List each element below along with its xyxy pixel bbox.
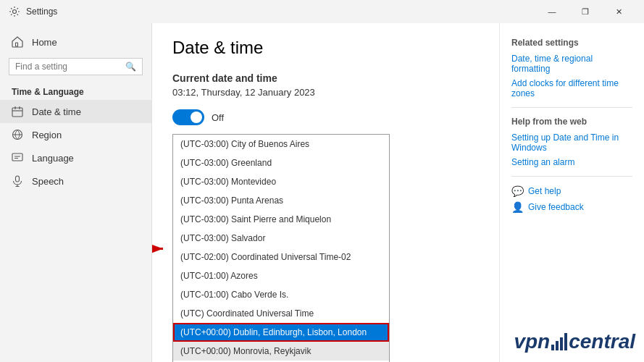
web-link-0[interactable]: Setting up Date and Time in Windows	[511, 132, 632, 153]
sidebar-item-date-time[interactable]: Date & time	[0, 100, 151, 123]
timezone-item-0[interactable]: (UTC-03:00) City of Buenos Aires	[173, 135, 389, 153]
svg-rect-2	[12, 108, 22, 117]
sidebar: Home 🔍 Time & Language Date & time	[0, 23, 152, 362]
get-help-label: Get help	[528, 186, 561, 196]
timezone-item-2[interactable]: (UTC-03:00) Montevideo	[173, 172, 389, 191]
sidebar-item-language[interactable]: Language	[0, 146, 151, 169]
timezone-item-11[interactable]: (UTC+00:00) Monrovia, Reykjavik	[173, 342, 389, 361]
sidebar-item-label-date-time: Date & time	[32, 106, 81, 117]
timezone-item-7[interactable]: (UTC-01:00) Azores	[173, 266, 389, 285]
related-link-0[interactable]: Date, time & regional formatting	[511, 54, 632, 74]
help-from-web-title: Help from the web	[511, 117, 632, 127]
get-help-row[interactable]: 💬 Get help	[511, 185, 632, 197]
current-datetime-display: 03:12, Thursday, 12 January 2023	[172, 87, 479, 98]
speech-icon	[12, 175, 23, 187]
timezone-item-6[interactable]: (UTC-02:00) Coordinated Universal Time-0…	[173, 248, 389, 266]
timezone-item-10[interactable]: (UTC+00:00) Dublin, Edinburgh, Lisbon, L…	[173, 323, 389, 342]
search-input[interactable]	[15, 62, 121, 72]
sidebar-item-region[interactable]: Region	[0, 123, 151, 146]
related-link-1[interactable]: Add clocks for different time zones	[511, 78, 632, 98]
search-icon: 🔍	[125, 62, 136, 72]
settings-icon	[9, 6, 20, 17]
set-time-toggle[interactable]	[172, 109, 204, 125]
arrow-indicator	[152, 241, 169, 259]
sidebar-item-speech[interactable]: Speech	[0, 169, 151, 193]
timezone-item-8[interactable]: (UTC-01:00) Cabo Verde Is.	[173, 285, 389, 304]
related-settings-title: Related settings	[511, 38, 632, 48]
sidebar-item-label-region: Region	[32, 130, 62, 140]
timezone-item-9[interactable]: (UTC) Coordinated Universal Time	[173, 304, 389, 323]
bar-4	[564, 333, 567, 350]
divider-1	[511, 107, 632, 108]
home-label: Home	[32, 37, 57, 48]
svg-point-0	[13, 10, 17, 14]
vpn-logo-vpn: vpn	[514, 330, 550, 353]
maximize-button[interactable]: ❐	[569, 0, 602, 23]
search-box[interactable]: 🔍	[9, 58, 143, 75]
timezone-item-5[interactable]: (UTC-03:00) Salvador	[173, 229, 389, 248]
window-controls: — ❐ ✕	[535, 0, 635, 23]
vpn-branding: vpn central	[514, 330, 635, 353]
sidebar-item-label-language: Language	[32, 153, 74, 164]
timezone-item-3[interactable]: (UTC-03:00) Punta Arenas	[173, 191, 389, 210]
set-time-toggle-row: Off	[172, 109, 479, 125]
bar-2	[556, 341, 559, 350]
toggle-knob	[191, 111, 202, 123]
timezone-item-4[interactable]: (UTC-03:00) Saint Pierre and Miquelon	[173, 210, 389, 229]
feedback-icon: 👤	[511, 201, 524, 213]
minimize-button[interactable]: —	[535, 0, 569, 23]
language-icon	[12, 152, 23, 164]
right-panel: Related settings Date, time & regional f…	[499, 23, 644, 362]
region-icon	[12, 129, 23, 140]
timezone-dropdown-wrapper: (UTC-03:00) City of Buenos Aires (UTC-03…	[172, 134, 390, 362]
main-content: Date & time Current date and time 03:12,…	[152, 23, 499, 362]
app-body: Home 🔍 Time & Language Date & time	[0, 23, 644, 362]
bar-3	[560, 337, 563, 350]
close-button[interactable]: ✕	[602, 0, 635, 23]
svg-rect-11	[16, 176, 20, 182]
help-icon: 💬	[511, 185, 524, 197]
feedback-row[interactable]: 👤 Give feedback	[511, 201, 632, 213]
svg-rect-1	[16, 43, 18, 46]
current-date-section-title: Current date and time	[172, 72, 479, 84]
web-link-1[interactable]: Setting an alarm	[511, 157, 632, 167]
titlebar: Settings — ❐ ✕	[0, 0, 644, 23]
feedback-label: Give feedback	[528, 202, 584, 212]
sidebar-section-label: Time & Language	[0, 81, 151, 100]
timezone-item-1[interactable]: (UTC-03:00) Greenland	[173, 153, 389, 172]
sidebar-home[interactable]: Home	[0, 29, 151, 55]
divider-2	[511, 176, 632, 177]
bar-1	[551, 345, 554, 350]
toggle-label: Off	[212, 112, 224, 123]
app-title: Settings	[26, 7, 535, 17]
page-title: Date & time	[172, 38, 479, 58]
sidebar-item-label-speech: Speech	[32, 176, 64, 187]
timezone-dropdown-list[interactable]: (UTC-03:00) City of Buenos Aires (UTC-03…	[172, 134, 390, 362]
vpn-signal-bars	[551, 333, 567, 350]
svg-rect-8	[12, 153, 22, 161]
vpn-logo-central: central	[569, 330, 635, 353]
calendar-icon	[12, 106, 23, 117]
home-icon	[12, 36, 23, 48]
